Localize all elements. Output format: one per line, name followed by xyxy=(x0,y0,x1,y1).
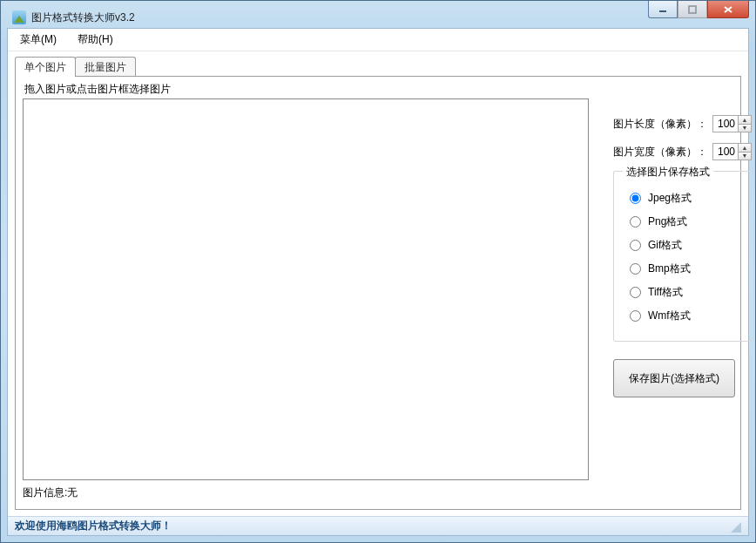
menu-item-help[interactable]: 帮助(H) xyxy=(78,32,113,47)
resize-grip-icon[interactable] xyxy=(729,520,741,533)
format-radio-gif[interactable] xyxy=(630,240,641,251)
info-label: 图片信息: xyxy=(23,486,67,499)
format-label: Png格式 xyxy=(648,214,687,229)
image-info: 图片信息:无 xyxy=(23,485,733,500)
statusbar: 欢迎使用海鸥图片格式转换大师！ xyxy=(8,516,748,535)
format-label: Tiff格式 xyxy=(648,285,683,300)
window-title: 图片格式转换大师v3.2 xyxy=(31,10,135,25)
width-row: 图片宽度（像素）： ▲ ▼ xyxy=(613,143,754,160)
length-input[interactable] xyxy=(713,116,738,132)
length-down-button[interactable]: ▼ xyxy=(739,124,751,132)
info-value: 无 xyxy=(67,486,78,499)
tab-panel: 拖入图片或点击图片框选择图片 图片长度（像素）： ▲ ▼ xyxy=(15,76,741,510)
length-up-button[interactable]: ▲ xyxy=(739,116,751,124)
svg-rect-1 xyxy=(689,6,696,13)
width-stepper: ▲ ▼ xyxy=(712,143,752,160)
save-button[interactable]: 保存图片(选择格式) xyxy=(613,359,735,397)
maximize-button[interactable] xyxy=(678,1,707,18)
maximize-icon xyxy=(688,5,697,14)
format-legend: 选择图片保存格式 xyxy=(623,165,713,180)
app-window: 图片格式转换大师v3.2 菜单(M) 帮助(H) 单个图片 批量图片 拖入图片或… xyxy=(0,0,756,543)
content-area: 单个图片 批量图片 拖入图片或点击图片框选择图片 图片长度（像素）： ▲ ▼ xyxy=(8,51,748,516)
width-up-button[interactable]: ▲ xyxy=(739,144,751,152)
menu-item-main[interactable]: 菜单(M) xyxy=(20,32,57,47)
tab-label: 单个图片 xyxy=(24,61,66,73)
minimize-icon xyxy=(658,5,667,14)
format-radio-png[interactable] xyxy=(630,216,641,227)
tab-single-image[interactable]: 单个图片 xyxy=(15,57,76,77)
tab-label: 批量图片 xyxy=(84,61,126,73)
window-controls xyxy=(648,1,749,18)
format-radio-jpeg[interactable] xyxy=(630,193,641,204)
format-label: Bmp格式 xyxy=(648,261,691,276)
format-label: Wmf格式 xyxy=(648,309,691,323)
format-label: Gif格式 xyxy=(648,238,682,253)
client-area: 菜单(M) 帮助(H) 单个图片 批量图片 拖入图片或点击图片框选择图片 图片长… xyxy=(7,28,749,536)
close-icon xyxy=(723,5,733,14)
width-down-button[interactable]: ▼ xyxy=(739,152,751,160)
menubar: 菜单(M) 帮助(H) xyxy=(8,29,748,51)
length-label: 图片长度（像素）： xyxy=(613,117,707,132)
minimize-button[interactable] xyxy=(648,1,678,18)
length-stepper: ▲ ▼ xyxy=(712,115,752,132)
status-text: 欢迎使用海鸥图片格式转换大师！ xyxy=(15,519,172,533)
length-row: 图片长度（像素）： ▲ ▼ xyxy=(613,115,754,132)
format-radio-wmf[interactable] xyxy=(630,310,641,322)
format-radio-bmp[interactable] xyxy=(630,263,641,275)
close-button[interactable] xyxy=(707,1,749,18)
image-drop-area[interactable] xyxy=(23,98,589,480)
side-panel: 图片长度（像素）： ▲ ▼ 图片宽度（像素）： xyxy=(613,115,754,397)
format-radio-tiff[interactable] xyxy=(630,287,641,298)
app-icon xyxy=(12,10,26,24)
tabs: 单个图片 批量图片 xyxy=(15,57,741,76)
width-label: 图片宽度（像素）： xyxy=(613,145,707,160)
tab-batch-image[interactable]: 批量图片 xyxy=(75,57,136,77)
titlebar: 图片格式转换大师v3.2 xyxy=(7,7,749,28)
drop-hint: 拖入图片或点击图片框选择图片 xyxy=(24,82,733,97)
width-input[interactable] xyxy=(713,144,738,160)
format-group: 选择图片保存格式 Jpeg格式 Png格式 Gif格式 Bmp格式 Tiff格式… xyxy=(613,171,754,342)
format-label: Jpeg格式 xyxy=(648,191,692,206)
